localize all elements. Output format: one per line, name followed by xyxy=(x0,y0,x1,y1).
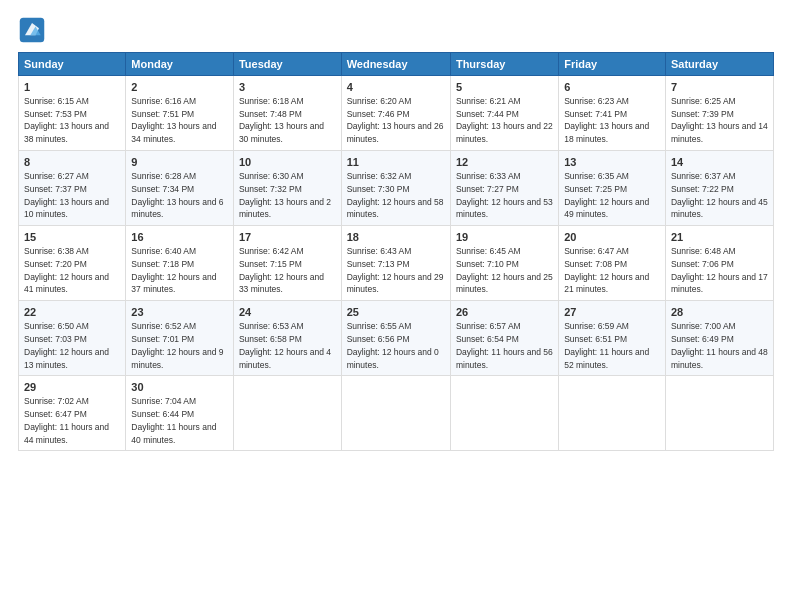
sunset: Sunset: 7:13 PM xyxy=(347,259,410,269)
sunrise: Sunrise: 6:57 AM xyxy=(456,321,521,331)
sunrise: Sunrise: 6:50 AM xyxy=(24,321,89,331)
calendar-cell: 7 Sunrise: 6:25 AM Sunset: 7:39 PM Dayli… xyxy=(665,76,773,151)
calendar-cell: 27 Sunrise: 6:59 AM Sunset: 6:51 PM Dayl… xyxy=(559,301,666,376)
day-number: 21 xyxy=(671,230,768,245)
sunrise: Sunrise: 6:30 AM xyxy=(239,171,304,181)
sunrise: Sunrise: 6:32 AM xyxy=(347,171,412,181)
daylight: Daylight: 12 hours and 13 minutes. xyxy=(24,347,109,370)
calendar-cell: 28 Sunrise: 7:00 AM Sunset: 6:49 PM Dayl… xyxy=(665,301,773,376)
day-number: 22 xyxy=(24,305,120,320)
day-number: 13 xyxy=(564,155,660,170)
logo-icon xyxy=(18,16,46,44)
sunset: Sunset: 7:08 PM xyxy=(564,259,627,269)
daylight: Daylight: 12 hours and 4 minutes. xyxy=(239,347,331,370)
sunset: Sunset: 7:48 PM xyxy=(239,109,302,119)
calendar-table: SundayMondayTuesdayWednesdayThursdayFrid… xyxy=(18,52,774,451)
weekday-header-tuesday: Tuesday xyxy=(233,53,341,76)
daylight: Daylight: 12 hours and 0 minutes. xyxy=(347,347,439,370)
calendar-cell: 8 Sunrise: 6:27 AM Sunset: 7:37 PM Dayli… xyxy=(19,151,126,226)
sunset: Sunset: 7:41 PM xyxy=(564,109,627,119)
sunset: Sunset: 7:46 PM xyxy=(347,109,410,119)
calendar-cell: 26 Sunrise: 6:57 AM Sunset: 6:54 PM Dayl… xyxy=(450,301,558,376)
sunset: Sunset: 6:49 PM xyxy=(671,334,734,344)
calendar-cell: 10 Sunrise: 6:30 AM Sunset: 7:32 PM Dayl… xyxy=(233,151,341,226)
day-number: 10 xyxy=(239,155,336,170)
calendar-cell xyxy=(341,376,450,451)
daylight: Daylight: 12 hours and 58 minutes. xyxy=(347,197,444,220)
calendar-cell: 19 Sunrise: 6:45 AM Sunset: 7:10 PM Dayl… xyxy=(450,226,558,301)
weekday-header-friday: Friday xyxy=(559,53,666,76)
calendar-cell: 29 Sunrise: 7:02 AM Sunset: 6:47 PM Dayl… xyxy=(19,376,126,451)
sunset: Sunset: 6:51 PM xyxy=(564,334,627,344)
daylight: Daylight: 12 hours and 9 minutes. xyxy=(131,347,223,370)
day-number: 16 xyxy=(131,230,228,245)
daylight: Daylight: 11 hours and 44 minutes. xyxy=(24,422,109,445)
page: SundayMondayTuesdayWednesdayThursdayFrid… xyxy=(0,0,792,612)
daylight: Daylight: 12 hours and 45 minutes. xyxy=(671,197,768,220)
weekday-header-monday: Monday xyxy=(126,53,234,76)
sunrise: Sunrise: 7:00 AM xyxy=(671,321,736,331)
daylight: Daylight: 12 hours and 33 minutes. xyxy=(239,272,324,295)
daylight: Daylight: 13 hours and 18 minutes. xyxy=(564,121,649,144)
day-number: 7 xyxy=(671,80,768,95)
calendar-cell: 9 Sunrise: 6:28 AM Sunset: 7:34 PM Dayli… xyxy=(126,151,234,226)
day-number: 25 xyxy=(347,305,445,320)
day-number: 30 xyxy=(131,380,228,395)
calendar-body: 1 Sunrise: 6:15 AM Sunset: 7:53 PM Dayli… xyxy=(19,76,774,451)
day-number: 24 xyxy=(239,305,336,320)
calendar-week-2: 8 Sunrise: 6:27 AM Sunset: 7:37 PM Dayli… xyxy=(19,151,774,226)
sunset: Sunset: 6:58 PM xyxy=(239,334,302,344)
sunrise: Sunrise: 6:43 AM xyxy=(347,246,412,256)
sunset: Sunset: 7:39 PM xyxy=(671,109,734,119)
sunset: Sunset: 7:51 PM xyxy=(131,109,194,119)
sunset: Sunset: 7:01 PM xyxy=(131,334,194,344)
sunrise: Sunrise: 6:35 AM xyxy=(564,171,629,181)
sunrise: Sunrise: 6:42 AM xyxy=(239,246,304,256)
calendar-cell: 1 Sunrise: 6:15 AM Sunset: 7:53 PM Dayli… xyxy=(19,76,126,151)
day-number: 27 xyxy=(564,305,660,320)
calendar-cell: 6 Sunrise: 6:23 AM Sunset: 7:41 PM Dayli… xyxy=(559,76,666,151)
calendar-cell: 30 Sunrise: 7:04 AM Sunset: 6:44 PM Dayl… xyxy=(126,376,234,451)
sunrise: Sunrise: 6:33 AM xyxy=(456,171,521,181)
sunrise: Sunrise: 6:16 AM xyxy=(131,96,196,106)
sunset: Sunset: 6:47 PM xyxy=(24,409,87,419)
sunset: Sunset: 7:37 PM xyxy=(24,184,87,194)
calendar-cell: 3 Sunrise: 6:18 AM Sunset: 7:48 PM Dayli… xyxy=(233,76,341,151)
sunrise: Sunrise: 6:48 AM xyxy=(671,246,736,256)
weekday-header-sunday: Sunday xyxy=(19,53,126,76)
sunset: Sunset: 7:18 PM xyxy=(131,259,194,269)
daylight: Daylight: 12 hours and 41 minutes. xyxy=(24,272,109,295)
daylight: Daylight: 13 hours and 2 minutes. xyxy=(239,197,331,220)
sunrise: Sunrise: 6:23 AM xyxy=(564,96,629,106)
sunrise: Sunrise: 7:02 AM xyxy=(24,396,89,406)
daylight: Daylight: 13 hours and 14 minutes. xyxy=(671,121,768,144)
day-number: 19 xyxy=(456,230,553,245)
day-number: 6 xyxy=(564,80,660,95)
calendar-cell: 13 Sunrise: 6:35 AM Sunset: 7:25 PM Dayl… xyxy=(559,151,666,226)
daylight: Daylight: 13 hours and 26 minutes. xyxy=(347,121,444,144)
sunset: Sunset: 7:32 PM xyxy=(239,184,302,194)
weekday-header-saturday: Saturday xyxy=(665,53,773,76)
day-number: 18 xyxy=(347,230,445,245)
calendar-week-1: 1 Sunrise: 6:15 AM Sunset: 7:53 PM Dayli… xyxy=(19,76,774,151)
sunset: Sunset: 7:30 PM xyxy=(347,184,410,194)
sunrise: Sunrise: 6:52 AM xyxy=(131,321,196,331)
sunrise: Sunrise: 6:25 AM xyxy=(671,96,736,106)
daylight: Daylight: 12 hours and 21 minutes. xyxy=(564,272,649,295)
weekday-header-row: SundayMondayTuesdayWednesdayThursdayFrid… xyxy=(19,53,774,76)
sunset: Sunset: 7:25 PM xyxy=(564,184,627,194)
sunrise: Sunrise: 6:55 AM xyxy=(347,321,412,331)
calendar-cell: 17 Sunrise: 6:42 AM Sunset: 7:15 PM Dayl… xyxy=(233,226,341,301)
calendar-cell xyxy=(450,376,558,451)
calendar-cell: 14 Sunrise: 6:37 AM Sunset: 7:22 PM Dayl… xyxy=(665,151,773,226)
day-number: 3 xyxy=(239,80,336,95)
calendar-cell: 11 Sunrise: 6:32 AM Sunset: 7:30 PM Dayl… xyxy=(341,151,450,226)
calendar-cell: 20 Sunrise: 6:47 AM Sunset: 7:08 PM Dayl… xyxy=(559,226,666,301)
calendar-cell: 21 Sunrise: 6:48 AM Sunset: 7:06 PM Dayl… xyxy=(665,226,773,301)
calendar-cell: 23 Sunrise: 6:52 AM Sunset: 7:01 PM Dayl… xyxy=(126,301,234,376)
sunrise: Sunrise: 6:47 AM xyxy=(564,246,629,256)
header xyxy=(18,16,774,44)
daylight: Daylight: 11 hours and 52 minutes. xyxy=(564,347,649,370)
daylight: Daylight: 12 hours and 49 minutes. xyxy=(564,197,649,220)
daylight: Daylight: 12 hours and 37 minutes. xyxy=(131,272,216,295)
